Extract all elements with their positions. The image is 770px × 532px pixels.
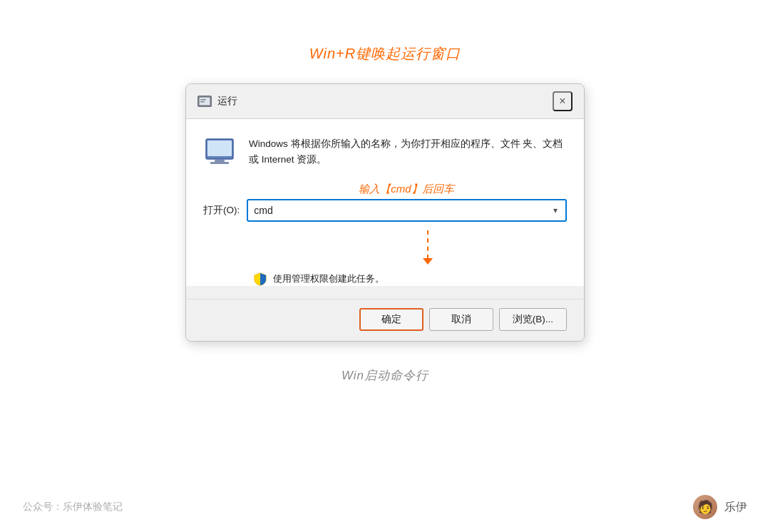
open-input-wrapper: ▾ xyxy=(247,199,567,222)
shield-icon xyxy=(253,272,267,286)
dialog-description: Windows 将根据你所输入的名称，为你打开相应的程序、文件 夹、文档或 In… xyxy=(249,136,567,168)
ok-button[interactable]: 确定 xyxy=(359,308,423,331)
open-row: 打开(O): ▾ xyxy=(203,199,567,222)
dialog-wrapper: 运行 × Windows 将根据你所输入的名称，为你打开相应的程序、文件 夹、文… xyxy=(0,83,770,342)
footer-author-name: 乐伊 xyxy=(724,500,747,515)
svg-rect-2 xyxy=(200,101,205,103)
dialog-buttons: 确定 取消 浏览(B)... xyxy=(186,299,584,341)
dialog-body: Windows 将根据你所输入的名称，为你打开相应的程序、文件 夹、文档或 In… xyxy=(186,119,584,286)
close-button[interactable]: × xyxy=(553,91,573,111)
bottom-caption: Win启动命令行 xyxy=(0,367,770,384)
dialog-titlebar: 运行 × xyxy=(186,84,584,119)
footer-left-label: 公众号：乐伊体验笔记 xyxy=(23,501,123,513)
dialog-window-icon xyxy=(197,96,212,107)
shield-row: 使用管理权限创建此任务。 xyxy=(253,272,567,286)
open-label: 打开(O): xyxy=(203,204,240,217)
browse-button[interactable]: 浏览(B)... xyxy=(499,308,567,331)
shield-label: 使用管理权限创建此任务。 xyxy=(273,272,384,285)
run-app-icon xyxy=(203,138,236,166)
svg-rect-1 xyxy=(200,99,206,101)
svg-rect-4 xyxy=(207,140,232,156)
svg-rect-6 xyxy=(210,162,229,164)
description-row: Windows 将根据你所输入的名称，为你打开相应的程序、文件 夹、文档或 In… xyxy=(203,136,567,168)
dashed-line xyxy=(427,230,428,259)
svg-rect-5 xyxy=(215,160,225,162)
open-input[interactable] xyxy=(248,201,545,220)
annotation-arrow xyxy=(289,230,567,266)
svg-rect-0 xyxy=(199,97,210,106)
dialog-title: 运行 xyxy=(217,95,237,108)
arrow-down xyxy=(423,258,433,265)
run-dialog: 运行 × Windows 将根据你所输入的名称，为你打开相应的程序、文件 夹、文… xyxy=(185,83,585,342)
titlebar-left: 运行 xyxy=(197,95,237,108)
cancel-button[interactable]: 取消 xyxy=(429,308,493,331)
avatar: 🧑 xyxy=(693,495,717,519)
dropdown-button[interactable]: ▾ xyxy=(545,200,565,220)
footer: 公众号：乐伊体验笔记 🧑 乐伊 xyxy=(0,495,770,519)
footer-right: 🧑 乐伊 xyxy=(693,495,747,519)
input-annotation-text: 输入【cmd】后回车 xyxy=(246,183,567,196)
page-top-title: Win+R键唤起运行窗口 xyxy=(0,0,770,63)
